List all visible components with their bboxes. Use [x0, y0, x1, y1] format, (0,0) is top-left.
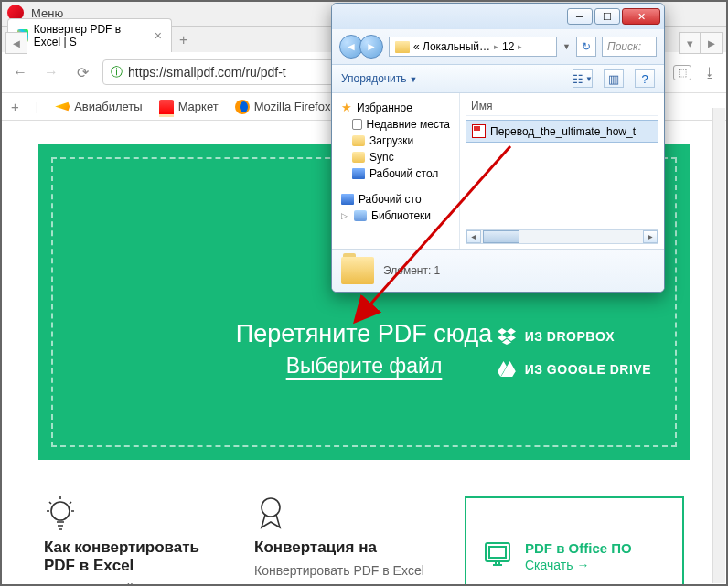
- feature-conv: Конвертация на Конвертировать PDF в Exce…: [254, 496, 428, 586]
- file-item[interactable]: Перевод_the_ultimate_how_t: [466, 120, 658, 143]
- bookmark-label: Mozilla Firefox: [254, 100, 331, 113]
- tree-desktop2[interactable]: Рабочий сто: [336, 191, 455, 208]
- file-open-dialog: ─ ☐ ✕ ◄ ► « Локальный… ▸ 12 ▸ ▼ ↻ Поиск:…: [331, 3, 665, 293]
- svg-point-1: [262, 498, 280, 517]
- dropbox-icon: [498, 327, 516, 346]
- library-icon: [354, 210, 367, 221]
- page-scrollbar[interactable]: [712, 108, 725, 583]
- promo-title: PDF в Office ПО: [525, 540, 632, 556]
- organize-label: Упорядочить: [341, 72, 406, 85]
- tree-recent[interactable]: Недавние места: [336, 116, 455, 133]
- desktop-icon: [341, 194, 354, 205]
- svg-rect-3: [489, 547, 506, 558]
- feature-title: Конвертация на: [254, 538, 428, 557]
- downloads-icon: [352, 135, 365, 146]
- download-indicator-button[interactable]: ⭳: [701, 65, 719, 80]
- bookmark-aviabilety[interactable]: Авиабилеты: [55, 100, 142, 114]
- drop-title: Перетяните PDF сюда: [236, 320, 493, 348]
- pdf-icon: [472, 124, 486, 138]
- help-button[interactable]: ?: [635, 69, 655, 88]
- lightbulb-icon: [44, 496, 77, 529]
- folder-icon: [395, 41, 410, 53]
- horizontal-scrollbar[interactable]: ◄ ►: [466, 229, 658, 244]
- refresh-button[interactable]: ↻: [576, 37, 596, 57]
- reload-button[interactable]: ⟳: [71, 61, 93, 83]
- tree-sync[interactable]: Sync: [336, 149, 455, 165]
- scroll-right-button[interactable]: ►: [643, 230, 658, 243]
- breadcrumb-dropdown-button[interactable]: ▼: [562, 42, 571, 51]
- column-header-name[interactable]: Имя: [466, 97, 658, 116]
- bookmark-market[interactable]: Маркет: [159, 100, 219, 114]
- feature-howto: Как конвертировать PDF в Excel Загрузите…: [44, 496, 218, 586]
- choose-file-link[interactable]: Выберите файл: [286, 354, 443, 378]
- tree-favorites[interactable]: ★Избранное: [336, 99, 455, 116]
- market-icon: [159, 100, 174, 114]
- dropbox-label: ИЗ DROPBOX: [525, 329, 616, 344]
- add-bookmark-button[interactable]: +: [11, 99, 19, 114]
- tree-downloads[interactable]: Загрузки: [336, 133, 455, 149]
- dialog-status-bar: Элемент: 1: [332, 249, 664, 292]
- bookmark-label: Маркет: [178, 100, 219, 113]
- feature-title: Как конвертировать PDF в Excel: [44, 538, 218, 575]
- prev-window-button[interactable]: ◄: [5, 32, 27, 54]
- dialog-toolbar: Упорядочить▼ ☷▼ ▥ ?: [332, 65, 664, 93]
- dialog-body: ★Избранное Недавние места Загрузки Sync …: [332, 93, 664, 249]
- new-tab-button[interactable]: +: [172, 28, 195, 52]
- star-icon: ★: [341, 101, 352, 114]
- scroll-left-button[interactable]: ◄: [466, 230, 481, 243]
- dialog-forward-button[interactable]: ►: [359, 35, 383, 59]
- folder-icon: [352, 152, 365, 163]
- preview-pane-button[interactable]: ▥: [604, 69, 624, 88]
- promo-download-link[interactable]: Скачать →: [525, 558, 632, 572]
- promo-box[interactable]: PDF в Office ПО Скачать →: [465, 496, 684, 586]
- gdrive-label: ИЗ GOOGLE DRIVE: [525, 362, 651, 377]
- secure-lock-icon: ⓘ: [111, 64, 123, 80]
- tree-libraries[interactable]: ▷Библиотеки: [336, 208, 455, 224]
- back-button[interactable]: ←: [9, 61, 31, 83]
- maximize-button[interactable]: ☐: [594, 8, 620, 25]
- breadcrumb-segment: 12: [502, 40, 514, 53]
- minimize-button[interactable]: ─: [567, 8, 593, 25]
- award-icon: [254, 496, 287, 529]
- next-window-button[interactable]: ►: [701, 32, 723, 54]
- dialog-nav: ◄ ► « Локальный… ▸ 12 ▸ ▼ ↻ Поиск:: [332, 29, 664, 65]
- folder-icon: [341, 257, 374, 284]
- plane-icon: [55, 100, 70, 114]
- expand-icon[interactable]: ▷: [341, 211, 348, 220]
- forward-button[interactable]: →: [40, 61, 62, 83]
- computer-icon: [481, 538, 514, 575]
- organize-button[interactable]: Упорядочить▼: [341, 72, 417, 85]
- from-dropbox-button[interactable]: ИЗ DROPBOX: [498, 327, 651, 346]
- folder-tree: ★Избранное Недавние места Загрузки Sync …: [332, 93, 460, 249]
- window-dropdown-button[interactable]: ▾: [679, 32, 701, 54]
- browser-tab[interactable]: Конвертер PDF в Excel | S ×: [7, 18, 172, 52]
- dialog-titlebar[interactable]: ─ ☐ ✕: [332, 4, 664, 29]
- view-options-button[interactable]: ☷▼: [573, 69, 593, 88]
- bookmark-firefox[interactable]: Mozilla Firefox: [235, 100, 331, 114]
- scroll-thumb[interactable]: [483, 230, 519, 243]
- status-text: Элемент: 1: [383, 264, 440, 277]
- svg-point-0: [51, 502, 70, 520]
- feature-subtitle: Загрузите свой PDF, перетянув его, либо: [44, 581, 218, 586]
- feature-row: Как конвертировать PDF в Excel Загрузите…: [0, 460, 728, 586]
- cloud-links: ИЗ DROPBOX ИЗ GOOGLE DRIVE: [498, 327, 651, 393]
- chevron-right-icon: ▸: [494, 42, 498, 51]
- breadcrumb[interactable]: « Локальный… ▸ 12 ▸: [389, 37, 557, 57]
- from-gdrive-button[interactable]: ИЗ GOOGLE DRIVE: [498, 360, 651, 378]
- tab-close-button[interactable]: ×: [155, 29, 162, 42]
- bookmark-label: Авиабилеты: [74, 100, 142, 113]
- dialog-search-input[interactable]: Поиск:: [602, 37, 657, 57]
- nav-arrows: ◄ ►: [339, 35, 383, 59]
- chevron-down-icon: ▼: [409, 75, 417, 84]
- chevron-right-icon: ▸: [518, 42, 522, 51]
- firefox-icon: [235, 100, 250, 114]
- desktop-icon: [352, 168, 365, 179]
- file-list: Имя Перевод_the_ultimate_how_t ◄ ►: [460, 93, 664, 249]
- feature-subtitle: Конвертировать PDF в Excel очень: [254, 562, 428, 586]
- vpn-button[interactable]: ⬚: [673, 65, 691, 80]
- tree-desktop[interactable]: Рабочий стол: [336, 165, 455, 182]
- tab-title: Конвертер PDF в Excel | S: [34, 23, 145, 48]
- recent-icon: [352, 119, 362, 130]
- close-button[interactable]: ✕: [622, 8, 660, 25]
- file-name: Перевод_the_ultimate_how_t: [490, 125, 636, 138]
